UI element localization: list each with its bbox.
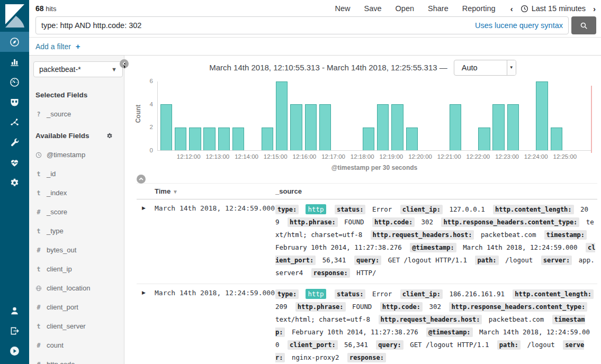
menu-share-button[interactable]: Share (428, 4, 448, 13)
row-source: type: http status: Error client_ip: 186.… (275, 288, 597, 364)
field-item-client-location[interactable]: client_location (35, 284, 124, 292)
collapse-sidebar-button[interactable] (120, 59, 129, 68)
field-item--index[interactable]: t_index (35, 189, 124, 197)
kibana-logo[interactable] (0, 0, 29, 32)
x-tick-label: 12:12:00 (177, 153, 201, 160)
app-nav-bottom-items (0, 301, 29, 364)
x-tick-label: 12:21:00 (437, 153, 461, 160)
menu-reporting-button[interactable]: Reporting (462, 4, 496, 13)
interval-select[interactable]: Auto ▼ (454, 60, 516, 76)
histogram-bar[interactable] (305, 104, 317, 150)
nav-item-dev-tools[interactable] (0, 132, 29, 152)
histogram-bar[interactable] (406, 128, 418, 150)
nav-item-visualize[interactable] (0, 52, 29, 72)
field-name: http.code (47, 360, 75, 364)
histogram-bar[interactable] (536, 81, 548, 150)
field-item--id[interactable]: t_id (35, 170, 124, 178)
field-item--timestamp[interactable]: @timestamp (35, 151, 124, 159)
field-item-client-port[interactable]: #client_port (35, 303, 124, 311)
histogram-bar[interactable] (363, 128, 374, 150)
source-field-key: query: (376, 340, 403, 350)
source-value: Error (372, 290, 392, 298)
selected-fields-label: Selected Fields (35, 91, 87, 99)
histogram-bar[interactable] (377, 104, 389, 150)
field-item-client-server[interactable]: tclient_server (35, 322, 124, 330)
source-field-key: http.code: (372, 217, 415, 227)
histogram-bar[interactable] (203, 128, 215, 150)
nav-item-account[interactable] (0, 301, 29, 321)
nav-item-discover[interactable] (0, 32, 29, 52)
histogram-bar[interactable] (276, 81, 288, 150)
field-item-bytes-out[interactable]: #bytes_out (35, 246, 124, 254)
table-rows: ▶March 14th 2018, 12:24:59.000type: http… (137, 199, 597, 364)
histogram-bar[interactable] (551, 128, 562, 150)
menu-new-button[interactable]: New (335, 4, 350, 13)
number-field-icon: # (35, 247, 42, 254)
interval-value: Auto (454, 63, 507, 72)
histogram-bar[interactable] (450, 104, 461, 150)
source-field-key: http.request_headers.host: (371, 230, 474, 240)
source-value-highlighted: http (306, 289, 327, 299)
clock-icon (521, 5, 528, 13)
time-back-button[interactable]: ‹ (510, 4, 513, 13)
time-forward-button[interactable]: › (593, 4, 596, 13)
field-item-http-code[interactable]: #http.code (35, 360, 124, 364)
histogram-bar[interactable] (319, 104, 331, 150)
source-value: February 10th 2014, 11:27:38.276 (275, 243, 402, 251)
source-field-key: http.code: (380, 302, 423, 312)
field-name: client_location (47, 284, 90, 292)
index-pattern-select[interactable]: packetbeat-* ▼ (33, 61, 123, 77)
histogram-bar[interactable] (478, 128, 490, 150)
nav-item-logout[interactable] (0, 321, 29, 341)
histogram-bar[interactable] (262, 128, 273, 150)
nav-item-timelion[interactable] (0, 92, 29, 112)
table-header-spacer (137, 187, 155, 195)
top-bar: 68 hits NewSaveOpenShareReporting ‹ Last… (29, 0, 601, 37)
histogram-bar[interactable] (175, 128, 186, 150)
collapse-chart-button[interactable] (137, 175, 146, 184)
field-settings-gear-icon[interactable] (106, 132, 113, 140)
source-value: GET /logout HTTP/1.1 (388, 256, 467, 264)
menu-save-button[interactable]: Save (364, 4, 382, 13)
histogram-bar[interactable] (492, 104, 504, 150)
nav-item-graph[interactable] (0, 112, 29, 132)
field-item--type[interactable]: t_type (35, 227, 124, 235)
expand-row-button[interactable]: ▶ (137, 203, 155, 211)
x-tick-label: 12:13:00 (205, 153, 229, 160)
nav-item-monitoring[interactable] (0, 152, 29, 172)
source-field-key: path: (475, 256, 498, 265)
histogram-bar[interactable] (507, 104, 519, 150)
nav-item-tutorial[interactable] (0, 341, 29, 361)
field-item--source[interactable]: ?_source (35, 110, 124, 118)
search-button[interactable] (571, 16, 596, 34)
source-field-key: timestamp: (544, 230, 587, 240)
nav-item-management[interactable] (0, 172, 29, 193)
histogram-bar[interactable] (160, 104, 172, 150)
time-column-header[interactable]: Time▼ (155, 187, 275, 195)
add-filter-button[interactable]: Add a filter + (35, 42, 80, 51)
source-value-highlighted: http (306, 204, 327, 214)
time-range-button[interactable]: Last 15 minutes (521, 4, 586, 13)
field-name: @timestamp (47, 151, 85, 159)
timelion-icon (9, 97, 20, 108)
nav-item-dashboard[interactable] (0, 72, 29, 92)
histogram-bar[interactable] (290, 104, 302, 150)
number-field-icon: # (35, 361, 42, 364)
histogram-bar[interactable] (232, 128, 244, 150)
histogram-bar[interactable] (189, 128, 201, 150)
source-field-key: type: (275, 289, 299, 299)
field-item-client-ip[interactable]: tclient_ip (35, 265, 124, 273)
field-item-count[interactable]: #count (35, 341, 124, 349)
menu-open-button[interactable]: Open (396, 4, 414, 13)
lucene-syntax-link[interactable]: Uses lucene query syntax (475, 21, 563, 30)
field-item--score[interactable]: #_score (35, 208, 124, 216)
field-name: _score (47, 208, 67, 216)
field-name: count (47, 341, 64, 349)
expand-row-button[interactable]: ▶ (137, 288, 155, 295)
source-field-key: type: (275, 205, 299, 214)
hits-count: 68 hits (35, 4, 56, 13)
search-input[interactable] (41, 21, 475, 30)
histogram-bar[interactable] (218, 128, 230, 150)
hits-number: 68 (35, 4, 44, 13)
histogram-bar[interactable] (391, 104, 403, 150)
